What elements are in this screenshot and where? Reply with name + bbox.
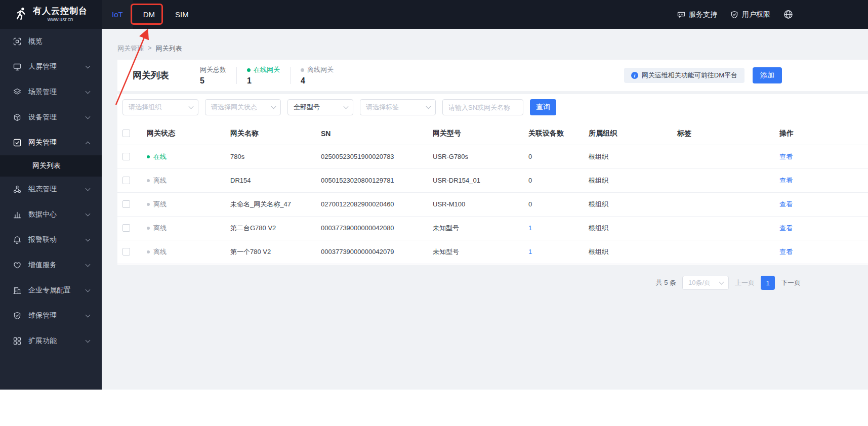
org-name: 根组织 (589, 192, 677, 216)
sidebar-item-data-center[interactable]: 数据中心 (0, 202, 102, 227)
logo[interactable]: 有人云控制台 www.usr.cn (0, 0, 102, 29)
bar-chart-icon (13, 210, 21, 219)
grid-icon (13, 337, 21, 345)
column-header: 网关状态 (147, 122, 230, 145)
chevron-down-icon (271, 104, 276, 109)
gateway-status-select[interactable]: 请选择网关状态 (205, 99, 281, 115)
device-count: 0 (528, 192, 589, 216)
scene-icon (13, 88, 21, 96)
device-count: 0 (528, 168, 589, 192)
gateway-model: USR-G780s (433, 145, 528, 168)
tab-dm[interactable]: DM (133, 0, 165, 29)
sidebar-item-device-mgmt[interactable]: 设备管理 (0, 105, 102, 130)
next-page-button[interactable]: 下一页 (781, 278, 801, 287)
gateway-sn: 00037739000000042080 (321, 216, 433, 240)
page-size-select[interactable]: 10条/页 (682, 276, 729, 290)
chevron-down-icon (86, 338, 91, 343)
table-row: 离线 第二台G780 V2 00037739000000042080 未知型号 … (117, 216, 868, 240)
sidebar: 概览 大屏管理 场景管理 设备管理 (0, 29, 102, 390)
table-header-row: 网关状态 网关名称 SN 网关型号 关联设备数 所属组织 标签 操作 (117, 122, 868, 145)
service-support-link[interactable]: 服务支持 (677, 10, 717, 19)
status-dot (147, 203, 150, 206)
column-header: 网关型号 (433, 122, 528, 145)
stat-online: 在线网关 1 (247, 65, 280, 86)
gateway-model: USR-DR154_01 (433, 168, 528, 192)
page-header-card: 网关列表 网关总数 5 在线网关 1 离线网关 4 i 网关运维相关功能可前往D… (117, 60, 868, 91)
breadcrumb-parent[interactable]: 网关管理 (117, 44, 144, 53)
sidebar-item-value-added-services[interactable]: 增值服务 (0, 252, 102, 278)
screen-icon (13, 63, 21, 71)
row-checkbox[interactable] (122, 153, 130, 160)
gateway-table: 网关状态 网关名称 SN 网关型号 关联设备数 所属组织 标签 操作 在线 78… (117, 122, 868, 264)
row-checkbox[interactable] (122, 224, 130, 232)
sidebar-item-gateway-mgmt[interactable]: 网关管理 (0, 130, 102, 155)
row-checkbox[interactable] (122, 248, 130, 255)
page-title: 网关列表 (133, 69, 169, 81)
app-url: www.usr.cn (48, 17, 73, 22)
model-select[interactable]: 全部型号 (287, 99, 353, 115)
breadcrumb: 网关管理 > 网关列表 (117, 44, 182, 53)
chevron-down-icon (426, 104, 431, 109)
column-header: 操作 (779, 122, 868, 145)
tab-sim[interactable]: SIM (165, 0, 199, 29)
heart-icon (13, 261, 21, 269)
tab-iot[interactable]: IoT (102, 0, 133, 29)
column-header: 关联设备数 (528, 122, 589, 145)
gateway-sn: 00501523020800129781 (321, 168, 433, 192)
main-content: 网关管理 > 网关列表 网关列表 网关总数 5 在线网关 1 离线网关 4 i (102, 29, 868, 390)
gateway-sn: 02500523051900020783 (321, 145, 433, 168)
device-icon (13, 113, 21, 121)
sidebar-subitem-gateway-list[interactable]: 网关列表 (0, 155, 102, 177)
info-icon: i (631, 72, 638, 79)
chevron-down-icon (86, 262, 91, 267)
query-button[interactable]: 查询 (530, 99, 556, 115)
sidebar-item-maintenance-mgmt[interactable]: 维保管理 (0, 303, 102, 328)
sidebar-item-scene-mgmt[interactable]: 场景管理 (0, 79, 102, 105)
gateway-model: USR-M100 (433, 192, 528, 216)
table-row: 离线 未命名_网关名称_47 02700122082900020460 USR-… (117, 192, 868, 216)
view-link[interactable]: 查看 (779, 224, 793, 232)
sidebar-item-enterprise-config[interactable]: 企业专属配置 (0, 278, 102, 303)
device-count-link[interactable]: 1 (528, 248, 532, 255)
gateway-icon (13, 139, 21, 147)
page-number-1[interactable]: 1 (761, 276, 775, 290)
usr-logo-icon (14, 7, 28, 23)
view-link[interactable]: 查看 (779, 248, 793, 255)
search-input[interactable] (442, 99, 523, 115)
sidebar-item-extensions[interactable]: 扩展功能 (0, 328, 102, 354)
view-link[interactable]: 查看 (779, 153, 793, 160)
view-link[interactable]: 查看 (779, 177, 793, 184)
topbar: 有人云控制台 www.usr.cn IoT DM SIM 服务支持 (0, 0, 868, 29)
shield-icon (730, 11, 738, 19)
device-count-link[interactable]: 1 (528, 224, 532, 232)
overview-icon (13, 37, 21, 46)
org-name: 根组织 (589, 168, 677, 192)
user-permission-link[interactable]: 用户权限 (730, 10, 770, 19)
prev-page-button[interactable]: 上一页 (735, 278, 755, 287)
gateway-name: 780s (230, 145, 321, 168)
sidebar-item-overview[interactable]: 概览 (0, 29, 102, 54)
table-row: 离线 DR154 00501523020800129781 USR-DR154_… (117, 168, 868, 192)
stat-offline: 离线网关 4 (301, 65, 334, 86)
divider (290, 67, 291, 84)
add-button[interactable]: 添加 (753, 67, 782, 83)
sidebar-item-configuration-mgmt[interactable]: 组态管理 (0, 177, 102, 202)
divider (236, 67, 237, 84)
chevron-down-icon (86, 114, 91, 119)
gateway-sn: 00037739000000042079 (321, 240, 433, 264)
sidebar-item-screen-mgmt[interactable]: 大屏管理 (0, 54, 102, 79)
row-checkbox[interactable] (122, 177, 130, 184)
chevron-down-icon (86, 211, 91, 217)
column-header: 所属组织 (589, 122, 677, 145)
dm-platform-banner[interactable]: i 网关运维相关功能可前往DM平台 (624, 68, 745, 83)
tag-cell (677, 168, 779, 192)
breadcrumb-separator: > (148, 44, 152, 53)
language-globe-icon[interactable] (783, 10, 793, 19)
row-checkbox[interactable] (122, 200, 130, 208)
view-link[interactable]: 查看 (779, 200, 793, 208)
select-all-checkbox[interactable] (122, 130, 130, 137)
sidebar-item-alarm-linkage[interactable]: 报警联动 (0, 227, 102, 252)
chevron-down-icon (719, 280, 724, 285)
org-select[interactable]: 请选择组织 (122, 99, 198, 115)
tag-select[interactable]: 请选择标签 (360, 99, 436, 115)
